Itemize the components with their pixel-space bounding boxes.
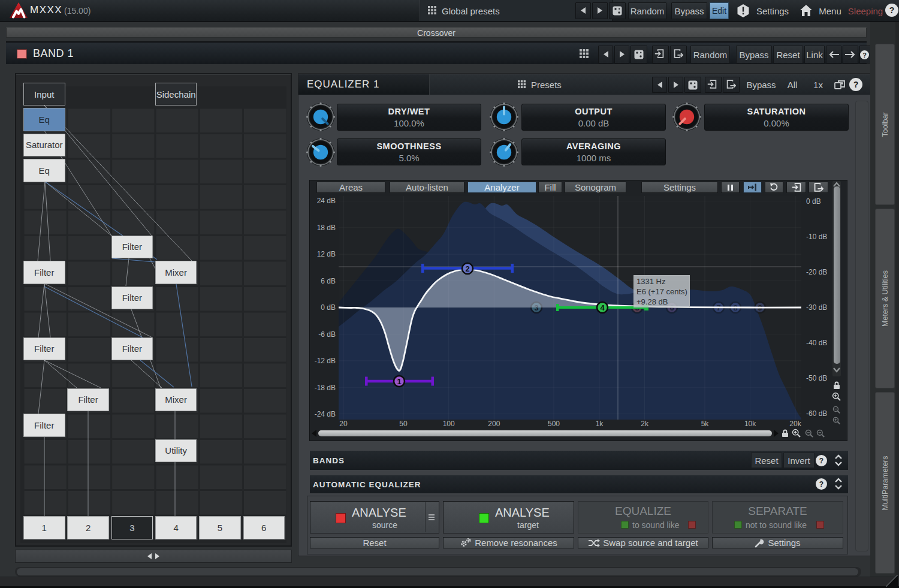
svg-text:2: 2 [465,264,469,273]
svg-text:1: 1 [397,377,401,386]
svg-text:4: 4 [600,303,605,312]
